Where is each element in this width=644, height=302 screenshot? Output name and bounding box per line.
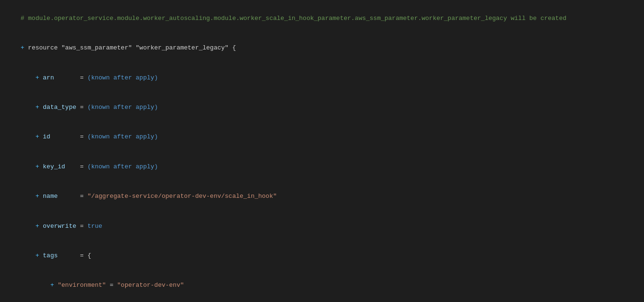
resource-declaration: + resource "aws_ssm_parameter" "worker_p… [6, 33, 638, 63]
field-key-id: + key_id = (known after apply) [6, 152, 638, 182]
field-name: + name = "/aggregate-service/operator-de… [6, 182, 638, 211]
field-overwrite: + overwrite = true [6, 212, 638, 241]
field-id: + id = (known after apply) [6, 123, 638, 152]
comment-hash: # module.operator_service.module.worker_… [20, 15, 566, 22]
terminal-output: # module.operator_service.module.worker_… [0, 0, 644, 302]
tag-environment: + "environment" = "operator-dev-env" [6, 271, 638, 301]
field-data-type: + data_type = (known after apply) [6, 93, 638, 122]
field-tags-open: + tags = { [6, 241, 638, 271]
field-arn: + arn = (known after apply) [6, 63, 638, 93]
comment-line: # module.operator_service.module.worker_… [6, 4, 638, 33]
